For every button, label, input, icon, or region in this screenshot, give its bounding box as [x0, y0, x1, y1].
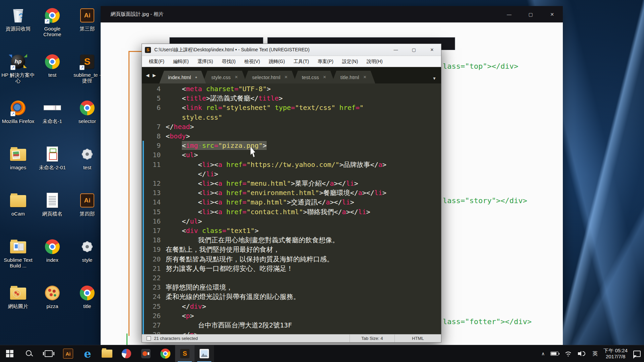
desktop-icon-part-three[interactable]: Ai第三部 [70, 7, 104, 32]
line-number: 28 [142, 330, 161, 334]
start-button[interactable] [0, 345, 19, 362]
media-player-icon [122, 349, 131, 358]
desktop-icon-webpage-filename[interactable]: 網頁檔名 [36, 192, 69, 217]
desktop-icon-google-chrome[interactable]: ↗Google Chrome [36, 7, 69, 37]
sublime-tabbar: ◀ ▶ index.html●style.css✕selector.html✕t… [142, 67, 441, 83]
edge-button[interactable]: e [78, 345, 97, 362]
media-player-button[interactable] [117, 345, 136, 362]
photos-button[interactable] [195, 345, 214, 362]
input-language-indicator[interactable]: 英 [592, 350, 598, 357]
desktop-icon-style-file[interactable]: style [70, 238, 104, 263]
code-line: 9 <img·src="pizza.png"> [142, 141, 441, 150]
screen-recorder-icon [141, 349, 151, 358]
task-view-button[interactable] [39, 345, 58, 362]
desktop-icon-sublime-build[interactable]: Sublime Text Build ... [1, 238, 35, 268]
tab-title.html[interactable]: title.html✕ [332, 71, 375, 83]
search-button[interactable] [19, 345, 39, 362]
close-button[interactable]: ✕ [541, 6, 563, 22]
line-number: 4 [142, 84, 161, 94]
chrome-button[interactable] [156, 345, 175, 362]
wireframe-green-corner-v [126, 334, 127, 345]
desktop-icon-label: style [70, 257, 104, 263]
tab-size-indicator[interactable]: Tab Size: 4 [350, 335, 394, 342]
tab-close-icon[interactable]: ✕ [363, 75, 367, 79]
menu-item[interactable]: 選擇(S) [193, 56, 218, 67]
wifi-icon[interactable] [564, 351, 572, 357]
shortcut-arrow-icon: ↗ [45, 19, 50, 24]
menu-item[interactable]: 專案(P) [313, 56, 338, 67]
line-number: 13 [142, 188, 161, 197]
chrome-icon [44, 53, 61, 70]
desktop-icon-ocam-folder[interactable]: oCam [1, 192, 35, 217]
wireframe-orange-left [128, 51, 129, 336]
tab-scroll-right-icon[interactable]: ▶ [153, 73, 156, 78]
menu-item[interactable]: 說明(H) [362, 56, 387, 67]
desktop-icon-title-html[interactable]: title [70, 284, 104, 309]
menu-item[interactable]: 編輯(E) [169, 56, 193, 67]
action-center-icon[interactable] [633, 351, 641, 357]
menu-item[interactable]: 尋找(I) [217, 56, 240, 67]
desktop-icon-selector[interactable]: selector [70, 99, 104, 124]
tab-close-icon[interactable]: ✕ [323, 75, 326, 79]
screen-recorder-button[interactable] [136, 345, 156, 362]
start-icon [6, 350, 13, 357]
hp-icon: hp↗ [9, 53, 27, 70]
desktop-icon-sublime-shortcut[interactable]: S↗sublime_te - 捷徑 [70, 53, 104, 83]
tab-test.css[interactable]: test.css✕ [293, 71, 335, 83]
maximize-button[interactable]: ▢ [520, 6, 541, 22]
menu-item[interactable]: 檔案(F) [145, 56, 169, 67]
clock-time: 下午 05:24 [603, 348, 628, 354]
sublime-window: S C:\Users\線上課程\Desktop\index.html • - S… [142, 44, 441, 343]
desktop-icon-recycle-bin[interactable]: 資源回收筒 [1, 7, 35, 32]
sublime-button[interactable]: S [175, 345, 195, 362]
tab-close-icon[interactable]: ✕ [235, 75, 238, 79]
tab-close-icon[interactable]: ✕ [284, 75, 288, 79]
desktop-icon-images-folder[interactable]: images [1, 145, 35, 170]
menu-item[interactable]: 工具(T) [289, 56, 313, 67]
menu-item[interactable]: 設定(N) [338, 56, 362, 67]
tab-style.css[interactable]: style.css✕ [203, 71, 247, 83]
desktop-icon-label: selector [70, 118, 104, 124]
desktop-icon-index-html[interactable]: index [36, 238, 69, 263]
maximize-button[interactable]: ▢ [405, 44, 423, 56]
minimize-button[interactable]: — [498, 6, 520, 22]
desktop-icon-label: 第三部 [70, 26, 104, 32]
sublime-icon: S [180, 349, 190, 358]
battery-icon[interactable] [550, 352, 558, 356]
desktop-icon-website-pics[interactable]: 網站圖片 [1, 284, 35, 309]
desktop-icon-part-four[interactable]: Ai第四部 [70, 192, 104, 217]
line-number: 11 [142, 160, 161, 169]
code-editor[interactable]: 4 <meta charset="UTF-8">5 <title>諾浩義式餐廳<… [142, 83, 441, 334]
tab-scroll-left-icon[interactable]: ◀ [146, 73, 149, 78]
syntax-indicator[interactable]: HTML [394, 335, 441, 342]
tab-selector.html[interactable]: selector.html✕ [244, 71, 297, 83]
menu-item[interactable]: 跳轉(G) [264, 56, 289, 67]
sublime-menubar: 檔案(F)編輯(E)選擇(S)尋找(I)檢視(V)跳轉(G)工具(T)專案(P)… [142, 56, 441, 67]
desktop-icon-hp-solution-center[interactable]: hp↗HP 解決方案中心 [1, 53, 35, 83]
minimize-button[interactable]: — [387, 44, 405, 56]
close-button[interactable]: ✕ [423, 44, 441, 56]
code-line: 18 我們正在用心地刻畫您對義式餐廳的飲食想像。 [142, 235, 441, 245]
code-line: 10 <ul> [142, 150, 441, 160]
firefox-icon: ↗ [9, 99, 27, 117]
desktop-icon-label: sublime_te - 捷徑 [70, 72, 104, 83]
desktop-icon-test-chrome[interactable]: test [36, 53, 69, 78]
photo-code-label: lass="top"></div> [443, 62, 518, 70]
tab-index.html[interactable]: index.html● [159, 71, 206, 83]
desktop-icon-test-file[interactable]: test [70, 145, 104, 170]
search-icon [25, 350, 33, 358]
desktop-icon-mozilla-firefox[interactable]: ↗Mozilla Firefox [1, 99, 35, 124]
tab-label: index.html [168, 74, 191, 80]
file-explorer-button[interactable] [97, 345, 117, 362]
tab-list-dropdown-icon[interactable]: ▼ [432, 76, 441, 83]
desktop-icon-pizza-image[interactable]: pizza [36, 284, 69, 309]
menu-item[interactable]: 檢視(V) [240, 56, 264, 67]
desktop-icon-untitled-1[interactable]: 未命名-1 [36, 99, 69, 124]
illustrator-button[interactable]: Ai [58, 345, 78, 362]
desktop-icon-untitled-2-01[interactable]: 未命名-2-01 [36, 145, 69, 170]
taskbar-clock[interactable]: 下午 05:24 2017/7/8 [603, 348, 628, 360]
line-number: 22 [142, 273, 161, 283]
desktop-icon-label: 第四部 [70, 211, 104, 217]
tray-expand-icon[interactable]: ∧ [541, 351, 545, 356]
volume-icon[interactable] [578, 350, 587, 357]
